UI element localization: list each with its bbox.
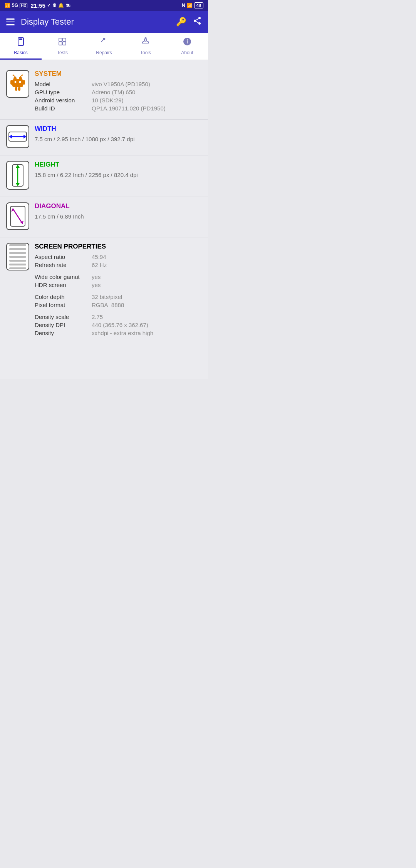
density-scale-label: Density scale (35, 314, 89, 320)
svg-point-0 (198, 17, 201, 19)
density-scale-row: Density scale 2.75 (35, 313, 202, 321)
refresh-value: 62 Hz (92, 262, 107, 268)
hd-icon: HD (20, 3, 27, 8)
svg-rect-18 (10, 80, 13, 85)
refresh-row: Refresh rate 62 Hz (35, 261, 202, 269)
tab-tools-label: Tools (140, 50, 151, 55)
density-label: Density (35, 330, 89, 336)
svg-point-23 (19, 81, 21, 83)
content-area: SYSTEM Model vivo V1950A (PD1950) GPU ty… (0, 60, 208, 379)
android-label: Android version (35, 97, 89, 103)
density-dpi-value: 440 (365.76 x 362.67) (92, 322, 148, 328)
app-title: Display Tester (21, 17, 170, 27)
tab-about[interactable]: i About (166, 33, 208, 60)
svg-marker-38 (11, 209, 14, 212)
tools-icon (141, 37, 150, 48)
diagonal-icon-box (6, 202, 29, 230)
tab-tests[interactable]: Tests (42, 33, 83, 60)
hdr-value: yes (92, 282, 101, 288)
signal-icon: 📶 (5, 3, 10, 8)
time: 21:55 (30, 2, 45, 9)
width-section: WIDTH 7.5 cm / 2.95 Inch / 1080 px / 392… (0, 120, 208, 155)
width-title: WIDTH (35, 125, 202, 133)
tab-basics[interactable]: Basics (0, 33, 42, 60)
menu-button[interactable] (6, 18, 15, 25)
format-value: RGBA_8888 (92, 302, 124, 308)
aspect-label: Aspect ratio (35, 254, 89, 260)
svg-rect-20 (15, 87, 17, 91)
status-left: 📶 5G HD 21:55 ✓ ♛ 🔔 🛍 (5, 2, 70, 9)
model-label: Model (35, 81, 89, 87)
height-value: 15.8 cm / 6.22 Inch / 2256 px / 820.4 dp… (35, 171, 202, 179)
status-bar: 📶 5G HD 21:55 ✓ ♛ 🔔 🛍 N 📶 48 (0, 0, 208, 11)
aspect-row: Aspect ratio 45:94 (35, 253, 202, 261)
model-value: vivo V1950A (PD1950) (92, 81, 150, 87)
basics-icon (16, 37, 25, 48)
height-section: HEIGHT 15.8 cm / 6.22 Inch / 2256 px / 8… (0, 155, 208, 197)
diagonal-value: 17.5 cm / 6.89 Inch (35, 212, 202, 220)
system-body: SYSTEM Model vivo V1950A (PD1950) GPU ty… (35, 70, 202, 112)
depth-value: 32 bits/pixel (92, 294, 122, 300)
density-value: xxhdpi - extra extra high (92, 330, 153, 336)
svg-point-1 (194, 20, 196, 22)
wcg-row: Wide color gamut yes (35, 273, 202, 281)
svg-rect-21 (18, 87, 20, 91)
refresh-label: Refresh rate (35, 262, 89, 268)
wifi-icon: 📶 (187, 3, 193, 8)
screen-props-icon-box (6, 243, 29, 270)
gpu-value: Adreno (TM) 650 (92, 89, 135, 95)
svg-point-26 (13, 75, 14, 76)
network-type: 5G (12, 3, 18, 8)
tests-icon (58, 37, 67, 48)
svg-marker-35 (16, 183, 20, 186)
format-row: Pixel format RGBA_8888 (35, 301, 202, 309)
diagonal-body: DIAGONAL 17.5 cm / 6.89 Inch (35, 202, 202, 220)
svg-rect-17 (12, 79, 23, 87)
system-title: SYSTEM (35, 70, 202, 78)
svg-point-2 (198, 22, 201, 25)
svg-marker-30 (9, 135, 12, 139)
svg-line-3 (196, 22, 199, 23)
svg-marker-31 (23, 135, 27, 139)
width-value: 7.5 cm / 2.95 Inch / 1080 px / 392.7 dpi (35, 135, 202, 143)
gpu-row: GPU type Adreno (TM) 650 (35, 88, 202, 96)
screen-props-title: SCREEN PROPERTIES (35, 243, 202, 250)
gpu-label: GPU type (35, 89, 89, 95)
android-row: Android version 10 (SDK:29) (35, 96, 202, 104)
hdr-label: HDR screen (35, 282, 89, 288)
notification-icon: 🔔 (58, 3, 64, 8)
tab-tests-label: Tests (57, 50, 68, 55)
svg-text:i: i (186, 38, 188, 45)
tab-about-label: About (181, 50, 193, 55)
diagonal-section: DIAGONAL 17.5 cm / 6.89 Inch (0, 197, 208, 237)
svg-line-4 (196, 19, 199, 20)
svg-rect-9 (59, 42, 62, 45)
tab-repairs[interactable]: Repairs (83, 33, 125, 60)
height-title: HEIGHT (35, 161, 202, 169)
tab-bar: Basics Tests Repairs (0, 33, 208, 60)
model-row: Model vivo V1950A (PD1950) (35, 80, 202, 88)
build-label: Build ID (35, 105, 89, 112)
about-icon: i (183, 37, 192, 48)
svg-rect-6 (19, 38, 22, 40)
depth-row: Color depth 32 bits/pixel (35, 293, 202, 301)
android-value: 10 (SDK:29) (92, 97, 124, 103)
density-row: Density xxhdpi - extra extra high (35, 329, 202, 337)
svg-rect-10 (63, 42, 66, 45)
screen-props-section: SCREEN PROPERTIES Aspect ratio 45:94 Ref… (0, 237, 208, 344)
system-section: SYSTEM Model vivo V1950A (PD1950) GPU ty… (0, 65, 208, 120)
height-icon-box (6, 161, 29, 190)
share-icon[interactable] (193, 16, 202, 28)
tab-tools[interactable]: Tools (125, 33, 166, 60)
format-label: Pixel format (35, 302, 89, 308)
depth-label: Color depth (35, 294, 89, 300)
nfc-icon: N (182, 3, 185, 8)
width-icon-box (6, 125, 29, 148)
shop-icon: 🛍 (65, 3, 70, 8)
svg-marker-34 (16, 165, 20, 168)
tab-repairs-label: Repairs (96, 50, 112, 55)
key-icon[interactable]: 🔑 (176, 17, 186, 27)
wcg-value: yes (92, 274, 101, 280)
svg-rect-19 (23, 80, 25, 85)
svg-rect-7 (59, 38, 62, 41)
